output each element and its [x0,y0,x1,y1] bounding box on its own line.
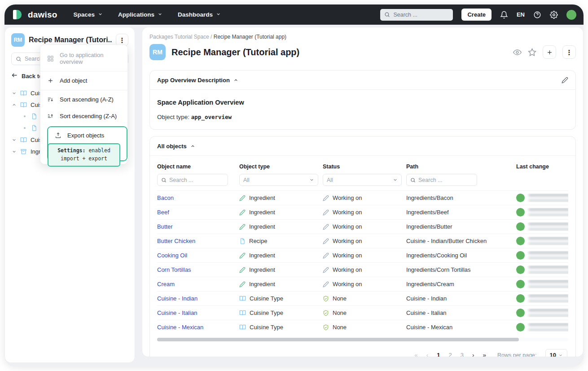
bullet-icon [24,115,26,117]
cuisine-type-book-icon [239,324,246,331]
none-shield-icon [323,310,329,316]
dawiso-logo[interactable]: dawiso [13,9,57,20]
redacted-change-info [528,194,568,202]
working-on-pencil-icon [323,238,329,244]
app-overview-description-card: App Overview Description Space Applicati… [149,70,576,130]
nav-applications[interactable]: Applications [118,11,162,18]
object-name-link[interactable]: Corn Tortillas [157,266,191,273]
recipe-file-icon [31,113,37,119]
back-arrow-icon [11,72,18,80]
path-cell: Cuisine - Mexican [406,324,516,331]
ingredient-pencil-icon [239,281,246,287]
divider [40,71,127,71]
add-button[interactable] [543,45,556,59]
page-1-button[interactable]: 1 [437,352,440,357]
menu-item-add-object[interactable]: Add object [40,72,127,89]
object-name-link[interactable]: Bacon [157,194,174,201]
ingredient-pencil-icon [239,195,246,201]
object-name-link[interactable]: Cream [157,281,175,287]
collapse-chevron-icon[interactable] [233,78,238,83]
redacted-change-info [528,280,568,288]
menu-item-sort-descending[interactable]: Sort descending (Z-A) [40,108,127,124]
column-object-type: Object type [239,163,323,170]
path-cell: Cuisine - Indian/Butter Chicken [406,238,516,244]
last-change-cell [516,251,568,260]
sidebar-app-title[interactable]: Recipe Manager (Tutori... [29,36,112,44]
watch-eye-icon[interactable] [513,48,522,57]
chevron-down-icon [393,177,398,182]
object-name-link[interactable]: Butter Chicken [157,238,195,244]
description-heading: Space Application Overview [157,99,568,106]
editor-avatar [516,280,525,288]
page-3-button[interactable]: 3 [461,352,464,357]
last-page-button[interactable]: » [483,352,486,357]
settings-gear-icon[interactable] [550,11,558,19]
next-page-button[interactable]: › [472,352,474,357]
global-search-input[interactable] [393,12,449,18]
favorite-star-icon[interactable] [528,48,536,57]
table-row: Corn Tortillas Ingredient Working on [157,262,568,277]
dawiso-logo-icon [13,9,24,20]
object-name-link[interactable]: Beef [157,209,169,216]
prev-page-button[interactable]: ‹ [426,352,429,357]
object-name-link[interactable]: Cuisine - Indian [157,295,197,302]
last-change-cell [516,280,568,288]
chevron-down-icon [309,177,314,182]
first-page-button[interactable]: « [414,352,418,357]
path-filter-input[interactable] [418,177,473,183]
grid-icon [47,55,54,62]
cuisine-type-icon [20,137,27,143]
nav-spaces[interactable]: Spaces [74,11,103,18]
edit-pencil-icon[interactable] [562,77,568,84]
breadcrumb-parent[interactable]: Packages Tutorial Space [149,34,209,40]
path-cell: Ingredients/Beef [406,209,516,216]
menu-item-go-to-application-overview[interactable]: Go to application overview [40,47,127,70]
language-selector[interactable]: EN [517,11,525,18]
table-row: Cooking Oil Ingredient Working on [157,248,568,262]
cuisine-type-book-icon [239,295,246,302]
ingredients-box-icon [20,148,27,155]
menu-item-sort-ascending[interactable]: Sort ascending (A-Z) [40,91,127,108]
page-2-button[interactable]: 2 [448,352,452,357]
status-filter-select[interactable]: All [323,174,402,186]
settings-callout: Settings: enabled import + export [48,143,120,167]
help-icon[interactable] [533,11,541,19]
all-objects-card: All objects Object name Object type Stat… [149,136,576,357]
menu-item-export-objects[interactable]: Export objects [48,127,127,144]
user-avatar[interactable] [566,10,576,20]
path-filter[interactable] [406,174,477,186]
chevron-down-icon [216,11,221,18]
object-name-link[interactable]: Butter [157,223,173,230]
path-cell: Cuisine - Italian [406,309,516,316]
rows-per-page-select[interactable]: 10 [545,349,567,357]
more-kebab-button[interactable]: ⋮ [562,45,576,59]
column-object-name: Object name [157,163,239,170]
editor-avatar [516,194,525,202]
table-row: Bacon Ingredient Working on [157,190,568,205]
table-header-row: Object name Object type Status Path Last… [157,156,568,174]
redacted-change-info [528,251,568,260]
app-window: dawiso Spaces Applications Dashboards Cr… [4,4,584,367]
collapse-chevron-icon[interactable] [190,144,195,149]
notifications-bell-icon[interactable] [500,11,508,19]
logo-text: dawiso [28,10,57,20]
create-button[interactable]: Create [461,9,491,21]
app-avatar: RM [11,33,25,47]
redacted-change-info [528,265,568,274]
horizontal-scrollbar-thumb[interactable] [157,338,519,341]
none-shield-icon [323,296,329,302]
object-name-link[interactable]: Cuisine - Italian [157,309,197,316]
search-icon [161,177,167,183]
object-type-label: Object type: [157,114,189,120]
horizontal-scrollbar-track [157,338,568,341]
object-name-link[interactable]: Cooking Oil [157,252,187,259]
global-search[interactable] [380,9,453,21]
editor-avatar [516,251,525,260]
search-icon [410,177,416,183]
nav-dashboards[interactable]: Dashboards [178,11,221,18]
object-name-link[interactable]: Cuisine - Mexican [157,324,203,331]
name-filter[interactable] [157,174,228,186]
column-last-change: Last change [516,163,568,170]
name-filter-input[interactable] [169,177,224,183]
type-filter-select[interactable]: All [239,174,318,186]
